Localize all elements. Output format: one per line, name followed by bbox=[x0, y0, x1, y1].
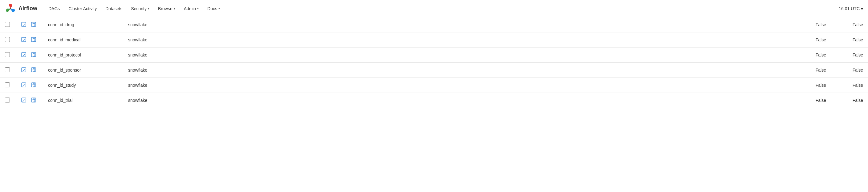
table-row: conn_id_trial snowflake False False bbox=[0, 93, 868, 108]
trash-icon bbox=[31, 37, 37, 43]
spacer-cell bbox=[185, 17, 794, 32]
row-checkbox[interactable] bbox=[5, 22, 10, 27]
bool1-cell: False bbox=[794, 93, 831, 108]
delete-button[interactable] bbox=[30, 36, 38, 44]
trash-icon bbox=[31, 52, 37, 58]
security-chevron-icon: ▾ bbox=[148, 7, 149, 10]
row-checkbox-cell bbox=[0, 78, 15, 93]
row-checkbox[interactable] bbox=[5, 82, 10, 87]
nav-item-browse[interactable]: Browse ▾ bbox=[154, 4, 179, 13]
browse-chevron-icon: ▾ bbox=[174, 7, 175, 10]
connections-table-wrapper: conn_id_drug snowflake False False bbox=[0, 17, 868, 108]
svg-rect-8 bbox=[31, 67, 36, 72]
svg-rect-11 bbox=[22, 98, 26, 102]
spacer-cell bbox=[185, 63, 794, 78]
conn-id-cell: conn_id_sponsor bbox=[43, 63, 123, 78]
table-row: conn_id_sponsor snowflake False False bbox=[0, 63, 868, 78]
trash-icon bbox=[31, 22, 37, 27]
svg-rect-3 bbox=[22, 37, 26, 42]
conn-type-cell: snowflake bbox=[123, 78, 185, 93]
conn-id-cell: conn_id_drug bbox=[43, 17, 123, 32]
edit-icon bbox=[21, 98, 27, 103]
connections-table: conn_id_drug snowflake False False bbox=[0, 17, 868, 108]
row-actions-cell bbox=[15, 93, 43, 108]
bool2-cell: False bbox=[831, 78, 868, 93]
delete-button[interactable] bbox=[30, 21, 38, 28]
edit-button[interactable] bbox=[20, 97, 28, 104]
row-actions-cell bbox=[15, 78, 43, 93]
edit-icon bbox=[21, 37, 27, 43]
row-checkbox[interactable] bbox=[5, 52, 10, 57]
nav-item-security[interactable]: Security ▾ bbox=[127, 4, 153, 13]
row-actions-cell bbox=[15, 32, 43, 48]
edit-button[interactable] bbox=[20, 66, 28, 74]
svg-rect-5 bbox=[22, 53, 26, 57]
bool2-cell: False bbox=[831, 48, 868, 63]
row-actions-cell bbox=[15, 17, 43, 32]
spacer-cell bbox=[185, 93, 794, 108]
bool1-cell: False bbox=[794, 48, 831, 63]
trash-icon bbox=[31, 98, 37, 103]
nav-time[interactable]: 16:01 UTC ▾ bbox=[839, 6, 863, 11]
svg-point-0 bbox=[10, 8, 11, 9]
row-checkbox-cell bbox=[0, 17, 15, 32]
delete-button[interactable] bbox=[30, 66, 38, 74]
conn-id-cell: conn_id_trial bbox=[43, 93, 123, 108]
bool2-cell: False bbox=[831, 93, 868, 108]
admin-chevron-icon: ▾ bbox=[197, 7, 199, 10]
delete-button[interactable] bbox=[30, 51, 38, 59]
nav-item-docs[interactable]: Docs ▾ bbox=[204, 4, 224, 13]
time-chevron-icon: ▾ bbox=[861, 6, 863, 11]
bool1-cell: False bbox=[794, 17, 831, 32]
conn-type-cell: snowflake bbox=[123, 48, 185, 63]
row-checkbox[interactable] bbox=[5, 37, 10, 42]
svg-rect-2 bbox=[31, 22, 36, 27]
edit-button[interactable] bbox=[20, 82, 28, 89]
table-row: conn_id_drug snowflake False False bbox=[0, 17, 868, 32]
edit-button[interactable] bbox=[20, 21, 28, 28]
svg-rect-1 bbox=[22, 22, 26, 27]
row-actions-cell bbox=[15, 48, 43, 63]
bool1-cell: False bbox=[794, 63, 831, 78]
row-checkbox-cell bbox=[0, 63, 15, 78]
nav-item-cluster-activity[interactable]: Cluster Activity bbox=[65, 4, 100, 13]
brand-logo-link[interactable]: Airflow bbox=[5, 3, 37, 14]
bool1-cell: False bbox=[794, 32, 831, 48]
edit-icon bbox=[21, 52, 27, 58]
row-checkbox-cell bbox=[0, 32, 15, 48]
svg-rect-7 bbox=[22, 67, 26, 72]
delete-button[interactable] bbox=[30, 82, 38, 89]
nav-item-dags[interactable]: DAGs bbox=[45, 4, 63, 13]
conn-type-cell: snowflake bbox=[123, 93, 185, 108]
svg-rect-12 bbox=[31, 98, 36, 102]
bool2-cell: False bbox=[831, 32, 868, 48]
svg-rect-6 bbox=[31, 53, 36, 57]
navbar: Airflow DAGs Cluster Activity Datasets S… bbox=[0, 0, 868, 17]
table-row: conn_id_protocol snowflake False False bbox=[0, 48, 868, 63]
spacer-cell bbox=[185, 48, 794, 63]
edit-button[interactable] bbox=[20, 51, 28, 59]
edit-icon bbox=[21, 82, 27, 88]
bool2-cell: False bbox=[831, 17, 868, 32]
row-actions-cell bbox=[15, 63, 43, 78]
spacer-cell bbox=[185, 78, 794, 93]
nav-item-admin[interactable]: Admin ▾ bbox=[180, 4, 203, 13]
table-row: conn_id_study snowflake False False bbox=[0, 78, 868, 93]
edit-button[interactable] bbox=[20, 36, 28, 44]
conn-type-cell: snowflake bbox=[123, 32, 185, 48]
row-checkbox-cell bbox=[0, 48, 15, 63]
trash-icon bbox=[31, 82, 37, 88]
delete-button[interactable] bbox=[30, 97, 38, 104]
trash-icon bbox=[31, 67, 37, 73]
row-checkbox[interactable] bbox=[5, 98, 10, 103]
nav-items: DAGs Cluster Activity Datasets Security … bbox=[45, 4, 839, 13]
bool1-cell: False bbox=[794, 78, 831, 93]
brand-name: Airflow bbox=[19, 5, 37, 12]
nav-item-datasets[interactable]: Datasets bbox=[102, 4, 126, 13]
edit-icon bbox=[21, 67, 27, 73]
svg-rect-10 bbox=[31, 83, 36, 87]
conn-type-cell: snowflake bbox=[123, 63, 185, 78]
spacer-cell bbox=[185, 32, 794, 48]
conn-id-cell: conn_id_medical bbox=[43, 32, 123, 48]
row-checkbox[interactable] bbox=[5, 67, 10, 72]
